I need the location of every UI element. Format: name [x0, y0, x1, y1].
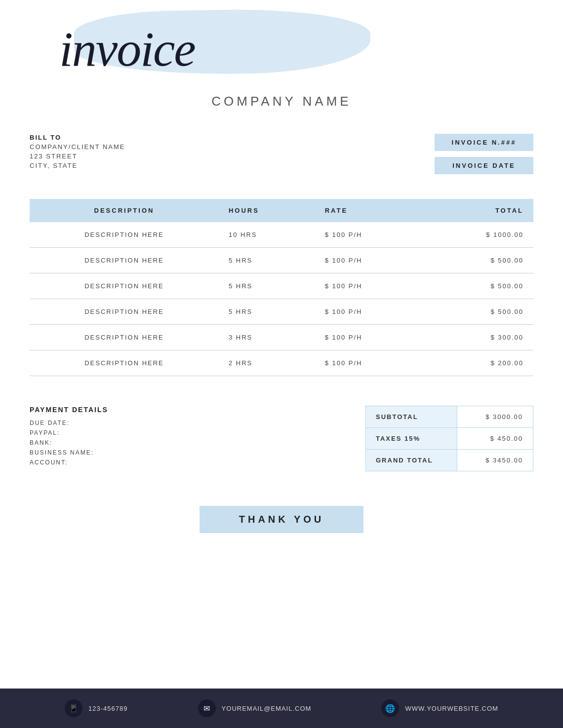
- row-total: $ 500.00: [424, 273, 533, 299]
- invoice-date-badge: INVOICE DATE: [435, 157, 533, 174]
- grand-total-label: GRAND TOTAL: [366, 450, 457, 471]
- subtotal-label: SUBTOTAL: [366, 406, 457, 428]
- bill-to-label: BILL TO: [30, 134, 125, 141]
- client-name: COMPANY/CLIENT NAME: [30, 143, 125, 151]
- table-row: DESCRIPTION HERE5 HRS$ 100 P/H$ 500.00: [30, 299, 533, 325]
- row-description: DESCRIPTION HERE: [30, 248, 219, 273]
- bill-to: BILL TO COMPANY/CLIENT NAME 123 STREET C…: [30, 134, 125, 174]
- billing-section: BILL TO COMPANY/CLIENT NAME 123 STREET C…: [0, 124, 563, 184]
- thank-you-badge: THANK YOU: [200, 506, 364, 533]
- col-hours: HOURS: [219, 199, 315, 222]
- row-total: $ 200.00: [424, 350, 533, 376]
- row-hours: 10 HRS: [219, 222, 315, 248]
- row-description: DESCRIPTION HERE: [30, 222, 219, 248]
- row-rate: $ 100 P/H: [315, 299, 424, 325]
- globe-icon: 🌐: [381, 699, 399, 717]
- paypal: PAYPAL:: [30, 429, 108, 436]
- row-hours: 5 HRS: [219, 299, 315, 325]
- bottom-section: PAYMENT DETAILS DUE DATE: PAYPAL: BANK: …: [0, 396, 563, 491]
- row-rate: $ 100 P/H: [315, 350, 424, 376]
- row-total: $ 500.00: [424, 248, 533, 273]
- row-hours: 5 HRS: [219, 273, 315, 299]
- invoice-number-badge: INVOICE N.###: [435, 134, 533, 151]
- street: 123 STREET: [30, 153, 125, 160]
- grand-total-row: GRAND TOTAL $ 3450.00: [366, 450, 533, 471]
- col-description: DESCRIPTION: [30, 199, 219, 222]
- footer-email-item: ✉ YOUREMAIL@EMAIL.COM: [198, 699, 312, 717]
- email-icon: ✉: [198, 699, 216, 717]
- totals-table: SUBTOTAL $ 3000.00 TAXES 15% $ 450.00 GR…: [365, 406, 533, 471]
- row-description: DESCRIPTION HERE: [30, 325, 219, 350]
- payment-details: PAYMENT DETAILS DUE DATE: PAYPAL: BANK: …: [30, 406, 108, 466]
- row-description: DESCRIPTION HERE: [30, 273, 219, 299]
- table-row: DESCRIPTION HERE5 HRS$ 100 P/H$ 500.00: [30, 248, 533, 273]
- subtotal-value: $ 3000.00: [457, 406, 533, 428]
- row-description: DESCRIPTION HERE: [30, 350, 219, 376]
- invoice-meta: INVOICE N.### INVOICE DATE: [435, 134, 533, 174]
- col-total: TOTAL: [424, 199, 533, 222]
- footer-website: WWW.YOURWEBSITE.COM: [405, 705, 498, 712]
- row-description: DESCRIPTION HERE: [30, 299, 219, 325]
- row-hours: 5 HRS: [219, 248, 315, 273]
- header: invoice: [0, 0, 563, 84]
- row-rate: $ 100 P/H: [315, 248, 424, 273]
- totals-wrapper: SUBTOTAL $ 3000.00 TAXES 15% $ 450.00 GR…: [365, 406, 533, 471]
- invoice-title: invoice: [30, 20, 533, 79]
- table-row: DESCRIPTION HERE3 HRS$ 100 P/H$ 300.00: [30, 325, 533, 350]
- taxes-value: $ 450.00: [457, 428, 533, 450]
- row-total: $ 500.00: [424, 299, 533, 325]
- table-row: DESCRIPTION HERE2 HRS$ 100 P/H$ 200.00: [30, 350, 533, 376]
- footer-phone: 123-456789: [88, 705, 127, 712]
- due-date: DUE DATE:: [30, 420, 108, 426]
- payment-title: PAYMENT DETAILS: [30, 406, 108, 414]
- row-rate: $ 100 P/H: [315, 273, 424, 299]
- business-name: BUSINESS NAME:: [30, 449, 108, 456]
- company-name: COMPANY NAME: [0, 94, 563, 109]
- row-hours: 2 HRS: [219, 350, 315, 376]
- taxes-label: TAXES 15%: [366, 428, 457, 450]
- table-row: DESCRIPTION HERE5 HRS$ 100 P/H$ 500.00: [30, 273, 533, 299]
- row-total: $ 300.00: [424, 325, 533, 350]
- table-header-row: DESCRIPTION HOURS RATE TOTAL: [30, 199, 533, 222]
- invoice-page: invoice COMPANY NAME BILL TO COMPANY/CLI…: [0, 0, 563, 728]
- phone-icon: 📱: [65, 699, 82, 717]
- footer-email: YOUREMAIL@EMAIL.COM: [222, 705, 312, 712]
- account: ACCOUNT:: [30, 459, 108, 466]
- invoice-table: DESCRIPTION HOURS RATE TOTAL DESCRIPTION…: [30, 199, 533, 376]
- subtotal-row: SUBTOTAL $ 3000.00: [366, 406, 533, 428]
- row-rate: $ 100 P/H: [315, 325, 424, 350]
- grand-total-value: $ 3450.00: [457, 450, 533, 471]
- thank-you-section: THANK YOU: [0, 491, 563, 558]
- footer-website-item: 🌐 WWW.YOURWEBSITE.COM: [381, 699, 498, 717]
- city-state: CITY, STATE: [30, 162, 125, 169]
- bank: BANK:: [30, 439, 108, 446]
- taxes-row: TAXES 15% $ 450.00: [366, 428, 533, 450]
- footer-phone-item: 📱 123-456789: [65, 699, 127, 717]
- row-total: $ 1000.00: [424, 222, 533, 248]
- table-section: DESCRIPTION HOURS RATE TOTAL DESCRIPTION…: [0, 199, 563, 376]
- table-row: DESCRIPTION HERE10 HRS$ 100 P/H$ 1000.00: [30, 222, 533, 248]
- row-hours: 3 HRS: [219, 325, 315, 350]
- footer: 📱 123-456789 ✉ YOUREMAIL@EMAIL.COM 🌐 WWW…: [0, 689, 563, 728]
- col-rate: RATE: [315, 199, 424, 222]
- row-rate: $ 100 P/H: [315, 222, 424, 248]
